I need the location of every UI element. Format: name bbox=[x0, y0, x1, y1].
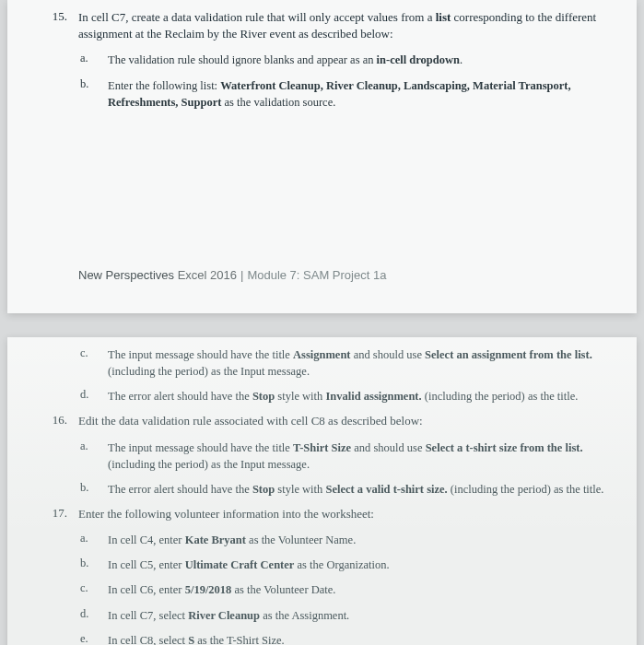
q16-sub-a: a. The input message should have the tit… bbox=[78, 440, 604, 473]
q16-text: Edit the data validation rule associated… bbox=[78, 413, 423, 429]
page-top: 15. In cell C7, create a data validation… bbox=[7, 0, 637, 313]
footer-separator: | bbox=[240, 268, 243, 282]
q15-text: In cell C7, create a data validation rul… bbox=[78, 9, 604, 42]
q16-a-text: The input message should have the title … bbox=[108, 440, 604, 473]
q17-d-text: In cell C7, select River Cleanup as the … bbox=[108, 607, 349, 624]
q17-number: 17. bbox=[40, 506, 78, 522]
sub-letter-c: c. bbox=[78, 581, 108, 598]
q17-b-text: In cell C5, enter Ultimate Craft Center … bbox=[108, 557, 390, 573]
sub-letter-e: e. bbox=[78, 632, 108, 645]
page-bottom: c. The input message should have the tit… bbox=[7, 337, 637, 645]
question-17: 17. Enter the following volunteer inform… bbox=[40, 506, 604, 522]
q15-sub-a: a. The validation rule should ignore bla… bbox=[78, 52, 604, 68]
sub-letter-a: a. bbox=[78, 440, 108, 473]
q17-text: Enter the following volunteer informatio… bbox=[78, 506, 374, 522]
q17-c-text: In cell C6, enter 5/19/2018 as the Volun… bbox=[108, 581, 335, 598]
q15-b-text: Enter the following list: Waterfront Cle… bbox=[108, 77, 604, 111]
q17-e-text: In cell C8, select S as the T-Shirt Size… bbox=[108, 632, 285, 645]
sub-letter-a: a. bbox=[78, 532, 108, 548]
q16-number: 16. bbox=[40, 413, 78, 429]
q15-d-text: The error alert should have the Stop sty… bbox=[108, 388, 578, 405]
sub-letter-a: a. bbox=[78, 52, 108, 68]
footer-module: Module 7: SAM Project 1a bbox=[247, 268, 386, 282]
q16-b-text: The error alert should have the Stop sty… bbox=[108, 481, 603, 498]
q17-sub-d: d. In cell C7, select River Cleanup as t… bbox=[78, 607, 604, 624]
sub-letter-b: b. bbox=[78, 77, 108, 111]
page-footer: New Perspectives Excel 2016|Module 7: SA… bbox=[40, 266, 604, 283]
sub-letter-d: d. bbox=[78, 607, 108, 624]
q17-a-text: In cell C4, enter Kate Bryant as the Vol… bbox=[108, 532, 356, 548]
sub-letter-b: b. bbox=[78, 481, 108, 498]
q16-sub-b: b. The error alert should have the Stop … bbox=[78, 481, 604, 498]
footer-title: New Perspectives bbox=[78, 268, 174, 282]
sub-letter-d: d. bbox=[78, 388, 108, 405]
sub-letter-c: c. bbox=[78, 346, 108, 380]
footer-product: Excel 2016 bbox=[174, 268, 237, 282]
q15-sub-d: d. The error alert should have the Stop … bbox=[78, 388, 604, 405]
q17-sub-e: e. In cell C8, select S as the T-Shirt S… bbox=[78, 632, 604, 645]
q15-number: 15. bbox=[40, 9, 78, 42]
question-16: 16. Edit the data validation rule associ… bbox=[40, 413, 604, 429]
q15-sub-b: b. Enter the following list: Waterfront … bbox=[78, 77, 604, 111]
sub-letter-b: b. bbox=[78, 557, 108, 573]
q15-c-text: The input message should have the title … bbox=[108, 346, 604, 380]
q17-sub-c: c. In cell C6, enter 5/19/2018 as the Vo… bbox=[78, 581, 604, 598]
q15-sub-c: c. The input message should have the tit… bbox=[78, 346, 604, 380]
page-spacer bbox=[40, 119, 604, 211]
q15-a-text: The validation rule should ignore blanks… bbox=[108, 52, 463, 68]
q17-sub-a: a. In cell C4, enter Kate Bryant as the … bbox=[78, 532, 604, 548]
question-15: 15. In cell C7, create a data validation… bbox=[40, 9, 604, 42]
q17-sub-b: b. In cell C5, enter Ultimate Craft Cent… bbox=[78, 557, 604, 573]
